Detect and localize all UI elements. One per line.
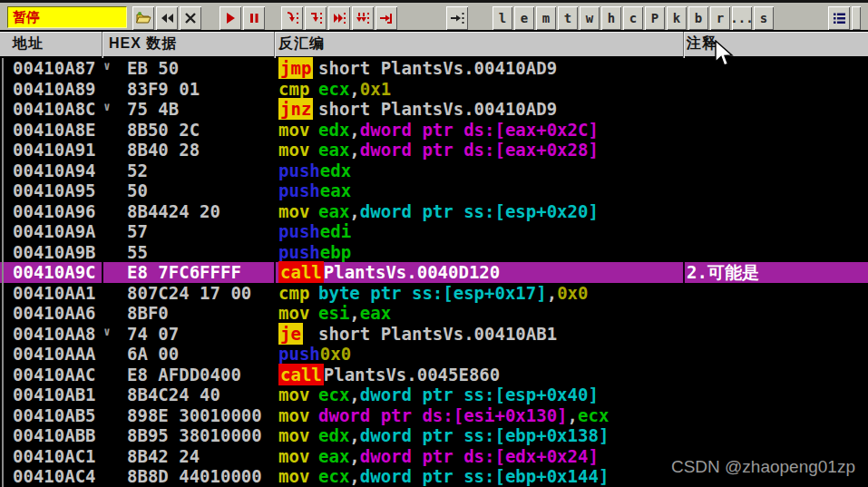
open-file-button[interactable] (132, 6, 154, 30)
close-button[interactable] (180, 6, 201, 30)
toolbar-group (219, 6, 265, 30)
disasm-cell: movecx,dword ptr ss:[ebp+0x144] (278, 466, 609, 487)
window-button-source[interactable]: s (754, 6, 774, 30)
column-header-address[interactable]: 地址 (13, 34, 44, 54)
column-header: 地址 HEX 数据 反汇编 注释 (0, 32, 868, 58)
partial-button[interactable] (852, 6, 861, 30)
window-button-patches[interactable]: P (645, 6, 665, 30)
address-cell[interactable]: 00410AA6 (13, 303, 96, 324)
address-cell[interactable]: 00410ABB (13, 425, 96, 446)
disasm-row[interactable]: 00410AA1807C24 17 00cmpbyte ptr ss:[esp+… (0, 283, 868, 304)
window-button-threads[interactable]: t (558, 6, 578, 30)
address-cell[interactable]: 00410A94 (13, 161, 96, 181)
window-button-more[interactable]: ... (732, 6, 752, 30)
disasm-row[interactable]: 00410A918B40 28moveax,dword ptr ds:[eax+… (0, 140, 868, 161)
address-cell[interactable]: 00410A9C (13, 262, 96, 283)
mnemonic: mov (278, 405, 318, 426)
mouse-cursor (714, 40, 734, 69)
address-cell[interactable]: 00410AA1 (13, 283, 96, 304)
disasm-row[interactable]: 00410A9B55pushebp (0, 242, 868, 263)
address-cell[interactable]: 00410A95 (13, 180, 96, 201)
column-divider (683, 32, 684, 58)
window-button-callstack[interactable]: k (667, 6, 687, 30)
disasm-cell: cmpecx,0x1 (278, 79, 391, 100)
window-button-memory[interactable]: m (536, 6, 556, 30)
hex-bytes-cell: 8B95 38010000 (127, 425, 262, 446)
disasm-row[interactable]: 00410AACE8 AFDD0400callPlantsVs.0045E860 (0, 365, 868, 385)
address-cell[interactable]: 00410A91 (13, 140, 96, 161)
disasm-row[interactable]: 00410A9A57pushedi (0, 221, 868, 242)
disasm-row[interactable]: 00410A8983F9 01cmpecx,0x1 (0, 79, 868, 100)
disasm-row[interactable]: 00410AB18B4C24 40movecx,dword ptr ss:[es… (0, 385, 868, 405)
step-into-button[interactable] (281, 6, 303, 30)
window-button-cpu[interactable]: c (623, 6, 643, 30)
toolbar-group (828, 6, 861, 30)
address-cell[interactable]: 00410AA8 (13, 324, 96, 345)
column-header-comment[interactable]: 注释 (687, 34, 717, 54)
window-button-handles[interactable]: h (601, 6, 621, 30)
disasm-row[interactable]: 00410A9452pushedx (0, 161, 868, 181)
comment-cell: 2.可能是 (687, 262, 759, 283)
address-cell[interactable]: 00410A87 (13, 58, 96, 79)
address-cell[interactable]: 00410A89 (13, 79, 96, 100)
column-header-disasm[interactable]: 反汇编 (278, 34, 325, 54)
mnemonic-text: push (278, 344, 320, 364)
pause-button[interactable] (243, 6, 265, 30)
window-button-references[interactable]: r (710, 6, 730, 30)
disasm-row[interactable]: 00410A8C∨75 4Bjnzshort PlantsVs.00410AD9 (0, 99, 868, 120)
disassembly-panel[interactable]: 00410A87∨EB 50jmpshort PlantsVs.00410AD9… (0, 58, 868, 487)
disasm-cell: pushedi (278, 221, 351, 242)
disasm-cell: movesi,eax (278, 303, 391, 324)
disasm-row[interactable]: 00410A968B4424 20moveax,dword ptr ss:[es… (0, 201, 868, 222)
window-button-executables[interactable]: e (514, 6, 534, 30)
mnemonic: cmp (278, 283, 318, 304)
mnemonic-text: jnz (278, 98, 313, 120)
window-button-windows[interactable]: w (580, 6, 600, 30)
disasm-row[interactable]: 00410A9550pusheax (0, 180, 868, 201)
address-cell[interactable]: 00410A9A (13, 221, 96, 242)
execute-till-return-button[interactable] (375, 6, 397, 30)
disasm-row[interactable]: 00410AA8∨74 07jeshort PlantsVs.00410AB1 (0, 324, 868, 345)
execute-till-return-icon (379, 11, 394, 25)
folder-open-icon (135, 11, 151, 25)
restart-button[interactable] (156, 6, 178, 30)
windows-list-button[interactable] (828, 6, 850, 30)
disasm-row[interactable]: 00410ABB8B95 38010000movedx,dword ptr ss… (0, 425, 868, 446)
disasm-row[interactable]: 00410A9CE8 7FC6FFFFcallPlantsVs.0040D120… (0, 262, 868, 283)
operand-mem: dword ptr ds:[esi+0x130] (318, 405, 568, 425)
address-cell[interactable]: 00410A8C (13, 99, 96, 120)
operand-punct: , (349, 303, 359, 323)
address-cell[interactable]: 00410AAC (13, 365, 96, 385)
window-button-breakpoints[interactable]: b (688, 6, 708, 30)
run-icon (224, 12, 237, 24)
trace-over-button[interactable] (352, 6, 374, 30)
operand-reg: edx (318, 425, 349, 445)
mnemonic: mov (278, 425, 318, 446)
address-cell[interactable]: 00410AAA (13, 344, 96, 365)
address-cell[interactable]: 00410A96 (13, 201, 96, 222)
trace-into-button[interactable] (328, 6, 350, 30)
trace-over-icon (356, 11, 370, 25)
address-cell[interactable]: 00410A8E (13, 120, 96, 141)
disasm-row[interactable]: 00410AAA6A 00push0x0 (0, 344, 868, 365)
step-over-button[interactable] (305, 6, 327, 30)
disasm-cell: moveax,dword ptr ds:[edx+0x24] (278, 446, 599, 467)
operand-text: short PlantsVs.00410AB1 (318, 324, 557, 344)
disasm-row[interactable]: 00410A8E8B50 2Cmovedx,dword ptr ds:[eax+… (0, 120, 868, 141)
run-button[interactable] (219, 6, 241, 30)
operand-reg: esi (318, 303, 349, 323)
disasm-row[interactable]: 00410A87∨EB 50jmpshort PlantsVs.00410AD9 (0, 58, 868, 79)
address-cell[interactable]: 00410AB1 (13, 385, 96, 405)
operand-punct: , (349, 425, 359, 445)
mnemonic: push (278, 242, 320, 263)
address-cell[interactable]: 00410AC1 (13, 446, 96, 467)
close-icon (184, 12, 197, 24)
address-cell[interactable]: 00410A9B (13, 242, 96, 263)
disasm-row[interactable]: 00410AA68BF0movesi,eax (0, 303, 868, 324)
disasm-row[interactable]: 00410AB5898E 30010000movdword ptr ds:[es… (0, 405, 868, 426)
column-header-hex[interactable]: HEX 数据 (109, 34, 177, 54)
window-button-log[interactable]: l (493, 6, 512, 30)
address-cell[interactable]: 00410AB5 (13, 405, 96, 426)
goto-button[interactable] (446, 6, 468, 30)
address-cell[interactable]: 00410AC4 (13, 466, 96, 487)
